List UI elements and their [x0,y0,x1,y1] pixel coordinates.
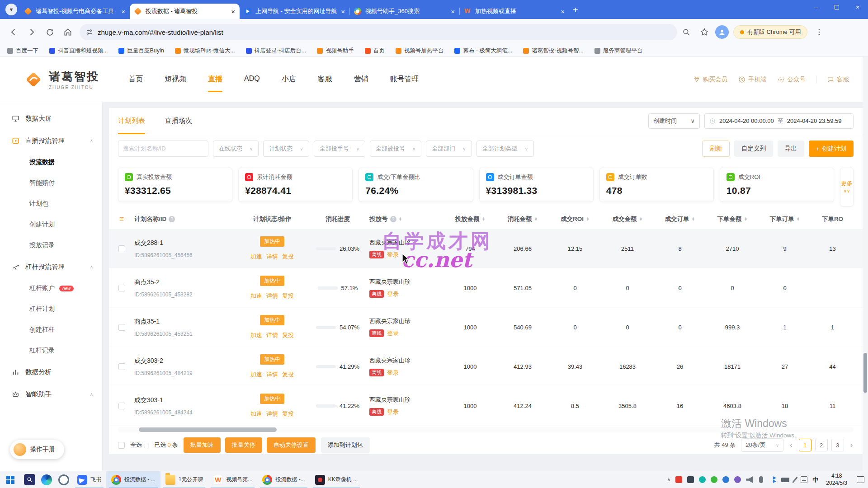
tab-close-icon[interactable]: × [231,8,235,15]
profile-avatar[interactable] [715,25,729,39]
column-header-5[interactable]: 消耗金额▲▼ [496,215,549,223]
taskbar-app-4[interactable]: 投流数据 -... [257,471,310,488]
taskbar-app-0[interactable]: 飞书 [72,471,106,488]
action-link-复投[interactable]: 复投 [282,371,294,379]
mic-icon[interactable] [759,476,763,483]
action-link-加速[interactable]: 加速 [250,371,262,379]
action-link-加速[interactable]: 加速 [250,292,262,300]
date-range-picker[interactable]: 2024-04-20 00:00:00 至 2024-04-20 23:59:5… [704,113,854,129]
nav-item-3[interactable]: 直播 [208,75,222,84]
vertical-scrollbar[interactable] [863,57,868,471]
action-link-详情[interactable]: 详情 [266,331,278,339]
app-logo[interactable]: 诸葛智投 ZHUGE ZHITOU [24,69,128,90]
header-link-1[interactable]: 手机端 [738,75,767,84]
filter-select-4[interactable]: 全部部门∨ [426,141,472,157]
bookmark-item[interactable]: 视频号助手 [317,47,354,55]
column-header-1[interactable]: 计划状态/操作 [238,215,306,223]
chrome-update-chip[interactable]: 有新版 Chrome 可用 [733,25,807,39]
taskbar-app-5[interactable]: KK录像机 ... [310,471,363,488]
battery-icon[interactable] [781,478,789,482]
sidebar-item-计划包[interactable]: 计划包 [0,193,102,214]
column-header-7[interactable]: 成交金额▲▼ [601,215,654,223]
tab-plan-list[interactable]: 计划列表 [118,108,145,134]
action-link-复投[interactable]: 复投 [282,410,294,418]
pen-icon[interactable] [792,476,798,483]
volume-icon[interactable] [746,476,753,483]
hscroll-thumb[interactable] [139,427,277,432]
sort-icon[interactable]: ▲▼ [534,217,538,221]
nav-item-6[interactable]: 客服 [318,75,332,84]
filter-select-2[interactable]: 全部投手号∨ [314,141,365,157]
close-button[interactable]: × [847,0,868,14]
netdisk-icon[interactable] [734,476,741,483]
bookmark-item[interactable]: 抖店登录-抖店后台... [246,47,307,55]
row-checkbox[interactable] [118,324,125,331]
next-page-icon[interactable]: › [849,441,854,449]
qq-icon[interactable] [722,476,729,483]
sort-icon[interactable]: ▲▼ [692,217,695,221]
sort-icon[interactable]: ▲▼ [399,217,402,221]
filter-select-1[interactable]: 计划状态∨ [263,141,309,157]
bookmark-star-icon[interactable] [696,24,712,40]
notification-center-icon[interactable] [857,476,864,483]
start-button[interactable] [0,471,21,488]
sidebar-item-数据大屏[interactable]: 数据大屏 [0,108,102,130]
page-button-3[interactable]: 3 [831,439,844,451]
prev-page-icon[interactable]: ‹ [789,441,793,449]
sidebar-item-直播投流管理[interactable]: 直播投流管理∧ [0,130,102,152]
filter-select-3[interactable]: 全部被投号∨ [370,141,421,157]
browser-tab[interactable]: 投流数据 - 诸葛智投× [130,4,240,19]
batch-button-1[interactable]: 批量关停 [225,437,262,453]
filter-select-0[interactable]: 在线状态∨ [213,141,259,157]
batch-button-0[interactable]: 批量加速 [184,437,221,453]
sort-icon[interactable]: ▲▼ [482,217,486,221]
column-header-2[interactable]: 消耗进度 [306,215,369,223]
tab-close-icon[interactable]: × [451,8,455,15]
bookmark-item[interactable]: 百度一下 [7,47,38,55]
reload-icon[interactable] [42,24,58,40]
tab-live-sessions[interactable]: 直播场次 [165,108,192,134]
page-button-1[interactable]: 1 [799,439,811,451]
browser-tab[interactable]: 加热视频或直播× [459,4,569,19]
tab-close-icon[interactable]: × [121,8,125,15]
tab-close-icon[interactable]: × [341,8,345,15]
tray-expand-icon[interactable]: ∧ [667,477,670,483]
bookmark-item[interactable]: 服务商管理平台 [594,47,643,55]
header-link-0[interactable]: 购买会员 [693,75,727,84]
header-link-3[interactable]: 客服 [816,75,849,84]
minimize-button[interactable]: – [806,0,826,14]
browser-tab[interactable]: 视频号助手_360搜索× [349,4,459,19]
sidebar-item-投流数据[interactable]: 投流数据 [0,152,102,173]
sidebar-item-智能赔付[interactable]: 智能赔付 [0,173,102,193]
horizontal-scrollbar[interactable] [118,427,854,432]
wps-icon[interactable] [699,476,706,483]
nav-item-1[interactable]: 首页 [128,75,143,84]
thunder-icon[interactable] [687,476,694,483]
filter-select-5[interactable]: 全部计划类型∨ [476,141,534,157]
row-checkbox[interactable] [118,363,125,370]
sidebar-item-创建杠杆[interactable]: 创建杠杆 [0,319,102,340]
address-bar[interactable]: zhuge.v-ma.com/#/live-studio/live-plan/l… [80,24,677,40]
bookmark-item[interactable]: 微现场Plus-微信大... [175,47,235,55]
column-settings-icon[interactable]: ≡ [119,215,124,224]
back-icon[interactable] [5,24,22,40]
browser-tab[interactable]: 上网导航 - 安全实用的网址导航× [240,4,349,19]
sidebar-item-创建计划[interactable]: 创建计划 [0,214,102,235]
sort-dropdown[interactable]: 创建时间∨ [648,113,700,129]
action-link-详情[interactable]: 详情 [266,253,278,261]
zoom-icon[interactable] [678,24,694,40]
bookmark-item[interactable]: 巨量百应Buyin [118,47,164,55]
taskbar-app-2[interactable]: 1元公开课 [160,471,208,488]
bookmark-item[interactable]: 幕布 - 极简大纲笔... [454,47,512,55]
row-checkbox[interactable] [118,403,125,409]
column-header-11[interactable]: 下单RO [811,215,854,223]
sort-icon[interactable]: ▲▼ [586,217,590,221]
column-header-8[interactable]: 成交订单▲▼ [654,215,706,223]
maximize-button[interactable] [826,0,847,14]
sort-icon[interactable]: ▲▼ [639,217,643,221]
customize-columns-button[interactable]: 自定义列 [734,141,773,157]
login-link[interactable]: 登录 [387,329,399,338]
action-link-加速[interactable]: 加速 [250,410,262,418]
per-page-select[interactable]: 20条/页∨ [741,438,783,452]
batch-button-2[interactable]: 自动关停设置 [267,437,316,453]
